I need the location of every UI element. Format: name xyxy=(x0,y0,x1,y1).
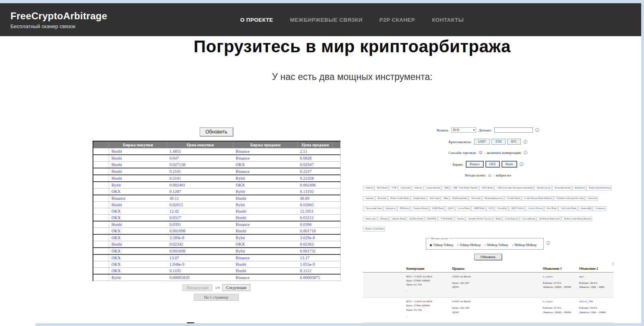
sell-exchange-cell[interactable]: Binance xyxy=(233,168,298,175)
sell-exchange-cell[interactable]: OKX xyxy=(233,162,298,168)
payment-method-chip[interactable]: Credit Europe Bank (Russia) xyxy=(522,196,553,201)
deal-method-radio[interactable]: ◉ Тейкер-Тейкер xyxy=(429,243,453,247)
exchange-option-button[interactable]: Huobi xyxy=(502,161,517,168)
sell-exchange-cell[interactable]: Bybit xyxy=(233,189,298,195)
payment-method-chip[interactable]: Альфа-банк xyxy=(411,196,427,201)
payment-method-chip[interactable]: Post Bank xyxy=(544,206,558,211)
payment-method-chip[interactable]: Bank xyxy=(493,217,502,221)
next-page-button[interactable]: Следующая xyxy=(222,284,250,291)
buy-exchange-cell[interactable]: Huobi xyxy=(109,148,167,155)
nav-item[interactable]: КОНТАКТЫ xyxy=(432,17,464,23)
sell-exchange-cell[interactable]: Huobi xyxy=(233,228,298,235)
sell-exchange-cell[interactable]: Binance xyxy=(233,155,298,162)
buy-exchange-cell[interactable]: OKX xyxy=(109,189,167,195)
payment-method-chip[interactable]: KMB Bank xyxy=(429,206,444,211)
payment-method-chip[interactable]: SBP - Fast Bank Transfer xyxy=(450,186,479,191)
sell-exchange-cell[interactable]: Bybit xyxy=(233,202,298,208)
payment-method-chip[interactable]: BCS Bank xyxy=(374,186,388,191)
payment-method-chip[interactable]: Alfa-bank xyxy=(427,196,441,201)
advertiser-link[interactable]: b_crypto xyxy=(543,300,578,303)
payment-method-chip[interactable]: Tinkoff xyxy=(363,186,374,191)
payment-method-chip[interactable]: Otkritie xyxy=(412,186,423,191)
payment-method-chip[interactable]: VTB BANK xyxy=(438,217,454,221)
payment-method-chip[interactable]: Home Credit Bank (Russia) xyxy=(561,217,592,221)
radio-unselected-icon[interactable]: ○ xyxy=(457,243,459,247)
deposit-input[interactable] xyxy=(494,127,533,133)
payment-method-chip[interactable]: Rosbank xyxy=(375,196,388,201)
sell-exchange-cell[interactable]: Bybit xyxy=(233,175,298,182)
info-icon[interactable]: ⓘ xyxy=(535,128,539,132)
payment-method-chip[interactable]: Home Credit Bank xyxy=(363,227,385,232)
payment-method-chip[interactable]: Sovcombank xyxy=(520,217,536,221)
sell-exchange-cell[interactable]: Binance xyxy=(233,274,298,281)
sell-exchange-cell[interactable]: OKX xyxy=(233,241,298,248)
advertiser-link[interactable]: agro xyxy=(579,275,613,279)
deal-method-radio[interactable]: ○ Тейкер-Мейкер xyxy=(457,243,481,247)
buy-exchange-cell[interactable]: Binance xyxy=(109,195,167,202)
payment-method-chip[interactable]: Mobile top up xyxy=(534,186,552,191)
sell-exchange-cell[interactable]: Binance xyxy=(233,221,298,228)
nav-item[interactable]: P2P СКАНЕР xyxy=(380,17,415,23)
payment-method-chip[interactable]: Уральский банк xyxy=(363,206,383,211)
crypto-option-button[interactable]: BTC xyxy=(507,139,521,145)
payment-method-chip[interactable]: Bank Saint Petersburg xyxy=(586,186,612,191)
info-icon[interactable]: ⓘ xyxy=(520,162,524,166)
buy-exchange-cell[interactable]: Huobi xyxy=(109,202,167,208)
deal-method-radio[interactable]: ○ Мейкер-Мейкер xyxy=(512,243,537,247)
payment-method-chip[interactable]: Raiffeisenbank xyxy=(450,196,468,201)
buy-exchange-cell[interactable]: Huobi xyxy=(109,155,167,162)
buy-exchange-cell[interactable]: Huobi xyxy=(109,162,167,168)
prev-page-button[interactable]: Предыдущая xyxy=(182,284,213,291)
payment-method-chip[interactable]: Sberbank xyxy=(469,196,481,201)
payment-method-chip[interactable]: Кукуруза xyxy=(384,206,397,211)
radio-selected-icon[interactable]: ◉ xyxy=(429,243,432,247)
payment-method-chip[interactable]: PAYEER xyxy=(425,217,438,221)
checkbox-checked-icon[interactable]: ☑ xyxy=(488,174,491,177)
sell-exchange-cell[interactable]: Huobi xyxy=(233,215,298,221)
crypto-option-button[interactable]: USDT xyxy=(474,139,490,145)
info-icon[interactable]: ⓘ xyxy=(546,241,550,245)
payment-method-chip[interactable]: Штурм xyxy=(378,217,389,221)
advertiser-link[interactable]: b_crypto xyxy=(543,275,578,279)
payment-method-chip[interactable]: Raiffeisen xyxy=(572,186,586,191)
payment-method-chip[interactable]: Наличный расчет xyxy=(482,196,504,201)
deal-method-radio[interactable]: ○ Мейкер-Тейкер xyxy=(484,243,508,247)
sell-exchange-cell[interactable]: Huobi xyxy=(233,208,298,215)
payment-method-chip[interactable]: QIWI xyxy=(445,206,455,211)
payment-method-chip[interactable]: Transfers with specific bank xyxy=(554,196,585,201)
payment-method-chip[interactable]: Yandex xyxy=(454,217,465,221)
payment-method-chip[interactable]: Uralsib Bank xyxy=(504,196,521,201)
buy-exchange-cell[interactable]: OKX xyxy=(109,268,167,275)
payment-method-chip[interactable]: Gazprombank xyxy=(424,186,442,191)
payment-method-chip[interactable]: СБП (Система быстрых платежей) xyxy=(494,186,534,191)
payment-method-chip[interactable]: Rosselkhozbank xyxy=(552,186,572,191)
payment-method-chip[interactable]: QIWI Wallet xyxy=(509,206,525,211)
buy-exchange-cell[interactable]: OKX xyxy=(109,215,167,221)
sell-exchange-cell[interactable]: OKX xyxy=(233,182,298,189)
sell-exchange-cell[interactable]: Huobi xyxy=(233,195,298,202)
sell-exchange-cell[interactable]: Huobi xyxy=(233,268,298,275)
sell-exchange-cell[interactable]: Bybit xyxy=(233,234,298,241)
buy-exchange-cell[interactable]: OKX xyxy=(109,261,167,268)
buy-exchange-cell[interactable]: OKX xyxy=(109,228,167,235)
sell-exchange-cell[interactable]: Binance xyxy=(233,254,298,261)
radio-unselected-icon[interactable]: ○ xyxy=(484,243,486,247)
payment-method-chip[interactable]: Ak Bars Bank xyxy=(407,217,424,221)
payment-method-chip[interactable]: VTB xyxy=(389,186,398,191)
payment-method-chip[interactable]: Cash Deposit xyxy=(502,217,519,221)
payment-method-chip[interactable]: UniCredit xyxy=(398,186,412,191)
payment-method-chip[interactable]: UnionPay xyxy=(495,206,508,211)
advertiser-link[interactable]: Aalova_789 xyxy=(579,300,613,303)
payment-method-chip[interactable]: Мир xyxy=(441,196,449,201)
exchange-option-button[interactable]: Binance xyxy=(466,161,484,168)
sell-exchange-cell[interactable]: Huobi xyxy=(233,261,298,268)
payment-method-chip[interactable]: Ренессанс xyxy=(363,217,378,221)
payment-method-chip[interactable]: Cash in Person xyxy=(525,206,544,211)
payment-method-chip[interactable]: UniCredit Bank xyxy=(558,206,578,211)
buy-exchange-cell[interactable]: OKX xyxy=(109,248,167,254)
p2p-page-indicator[interactable]: 1 xyxy=(612,262,614,266)
exchange-option-button[interactable]: OKX xyxy=(485,161,500,168)
buy-exchange-cell[interactable]: Huobi xyxy=(109,241,167,248)
brand-logo[interactable]: FreeCryptoArbitrage Бесплатный сканер св… xyxy=(10,10,107,29)
payment-method-chip[interactable]: ЮMoney xyxy=(397,206,411,211)
